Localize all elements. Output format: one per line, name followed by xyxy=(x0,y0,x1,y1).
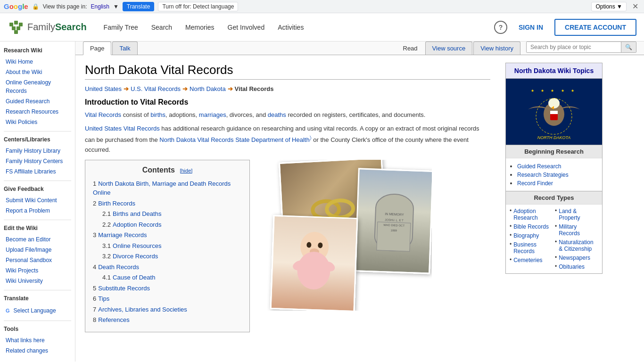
article-area: North Dakota Vital Records United States… xyxy=(75,55,500,362)
rs-obituaries[interactable]: Obituaries xyxy=(559,263,585,271)
contents-link-7[interactable]: Archives, Libraries and Societies xyxy=(98,306,187,313)
contents-link-22[interactable]: Adoption Records xyxy=(113,221,161,228)
contents-link-2[interactable]: Birth Records xyxy=(98,200,135,207)
sidebar-item-about-wiki[interactable]: About the Wiki xyxy=(4,67,71,77)
sidebar-item-online-genealogy[interactable]: Online Genealogy Records xyxy=(4,77,71,96)
view-source-link[interactable]: View source xyxy=(425,41,473,55)
contents-link-8[interactable]: References xyxy=(98,316,129,323)
contents-item-7: 7Archives, Libraries and Societies xyxy=(93,305,242,314)
article-intro-text: Vital Records consist of births, adoptio… xyxy=(85,110,490,155)
rs-military-records[interactable]: Military Records xyxy=(559,223,598,237)
sidebar-item-guided-research[interactable]: Guided Research xyxy=(4,96,71,107)
sidebar-select-language[interactable]: Select Language xyxy=(12,305,56,316)
svg-rect-2 xyxy=(14,21,18,25)
sidebar-item-personal-sandbox[interactable]: Personal Sandbox xyxy=(4,255,71,265)
vital-records-link[interactable]: Vital Records xyxy=(85,111,121,118)
rs-record-types-grid: •Adoption Research •Bible Records •Biogr… xyxy=(506,205,602,273)
sidebar-item-affiliate-libraries[interactable]: FS Affiliate Libraries xyxy=(4,166,71,177)
births-link[interactable]: births xyxy=(150,111,165,118)
sidebar-item-research-resources[interactable]: Research Resources xyxy=(4,107,71,117)
sidebar-item-family-history-centers[interactable]: Family History Centers xyxy=(4,156,71,166)
close-translate-button[interactable]: ✕ xyxy=(630,2,640,11)
nav-memories[interactable]: Memories xyxy=(180,20,220,35)
sidebar-divider-5 xyxy=(4,321,71,321)
sidebar-item-wiki-home[interactable]: Wiki Home xyxy=(4,57,71,67)
language-select[interactable]: English xyxy=(91,3,109,10)
rs-newspapers[interactable]: Newspapers xyxy=(559,254,590,262)
breadcrumb-current: Vital Records xyxy=(235,85,274,92)
read-label: Read xyxy=(396,42,424,55)
turn-off-button[interactable]: Turn off for: Detect language xyxy=(158,2,238,11)
logo-link[interactable]: FamilySearch xyxy=(8,19,87,36)
contents-link-1[interactable]: North Dakota Birth, Marriage and Death R… xyxy=(93,180,231,197)
us-vital-records-link[interactable]: United States Vital Records xyxy=(85,125,160,132)
sidebar-item-wiki-policies[interactable]: Wiki Policies xyxy=(4,117,71,127)
options-button[interactable]: Options ▼ xyxy=(591,2,627,11)
svg-rect-1 xyxy=(9,23,13,26)
contents-link-31[interactable]: Online Resources xyxy=(113,242,161,249)
translate-button[interactable]: Translate xyxy=(123,2,155,11)
google-logo: Google xyxy=(4,2,28,10)
sidebar-item-related-changes[interactable]: Related changes xyxy=(4,346,71,356)
deaths-link[interactable]: deaths xyxy=(268,111,286,118)
baby-svg xyxy=(284,227,343,299)
rs-record-finder[interactable]: Record Finder xyxy=(517,180,553,187)
sidebar-section-edit: Edit the Wiki xyxy=(4,225,71,231)
article-title: North Dakota Vital Records xyxy=(85,63,490,80)
view-history-link[interactable]: View history xyxy=(473,41,520,55)
rs-biography[interactable]: Biography xyxy=(513,232,539,239)
help-button[interactable]: ? xyxy=(494,21,507,34)
nav-family-tree[interactable]: Family Tree xyxy=(98,20,144,35)
contents-hide-link[interactable]: [hide] xyxy=(180,168,192,173)
breadcrumb: United States ➔ U.S. Vital Records ➔ Nor… xyxy=(85,85,490,92)
sidebar-item-report-problem[interactable]: Report a Problem xyxy=(4,206,71,216)
rs-bible-records[interactable]: Bible Records xyxy=(513,223,549,230)
wiki-search-input[interactable] xyxy=(527,42,621,52)
rs-cemeteries[interactable]: Cemeteries xyxy=(513,256,542,264)
google-small-icon: G xyxy=(6,308,10,313)
familysearch-logo-icon xyxy=(8,19,25,36)
nd-vital-records-link[interactable]: North Dakota Vital Records State Departm… xyxy=(159,136,309,143)
contents-link-6[interactable]: Tips xyxy=(98,295,109,302)
rs-adoption[interactable]: Adoption Research xyxy=(513,207,553,222)
create-account-button[interactable]: CREATE ACCOUNT xyxy=(554,19,636,36)
breadcrumb-us[interactable]: United States xyxy=(85,85,122,92)
sidebar-section-tools: Tools xyxy=(4,326,71,332)
sidebar-item-become-editor[interactable]: Become an Editor xyxy=(4,234,71,245)
tab-page[interactable]: Page xyxy=(83,41,111,55)
intro-heading: Introduction to Vital Records xyxy=(85,98,490,107)
sidebar-item-submit-wiki[interactable]: Submit Wiki Content xyxy=(4,195,71,206)
breadcrumb-arrow-2: ➔ xyxy=(182,85,188,92)
contents-link-32[interactable]: Divorce Records xyxy=(113,253,158,260)
marriages-link[interactable]: marriages xyxy=(199,111,226,118)
contents-item-4: 4Death Records xyxy=(93,263,242,272)
sidebar-item-what-links-here[interactable]: What links here xyxy=(4,335,71,346)
contents-link-21[interactable]: Births and Deaths xyxy=(113,210,161,217)
rs-research-strategies[interactable]: Research Strategies xyxy=(517,172,569,178)
contents-link-41[interactable]: Cause of Death xyxy=(113,274,155,281)
contents-link-4[interactable]: Death Records xyxy=(98,263,139,271)
nav-search[interactable]: Search xyxy=(146,20,178,35)
rs-land-property[interactable]: Land & Property xyxy=(559,207,598,222)
tab-talk[interactable]: Talk xyxy=(112,41,137,55)
breadcrumb-nd[interactable]: North Dakota xyxy=(190,85,226,92)
nav-get-involved[interactable]: Get Involved xyxy=(222,20,271,35)
header-actions: ? SIGN IN CREATE ACCOUNT xyxy=(494,19,636,36)
sidebar-item-family-history-library[interactable]: Family History Library xyxy=(4,146,71,156)
sidebar-item-wiki-projects[interactable]: Wiki Projects xyxy=(4,265,71,276)
sidebar-item-wiki-university[interactable]: Wiki University xyxy=(4,276,71,286)
rs-guided-research[interactable]: Guided Research xyxy=(517,163,561,170)
sidebar-divider-4 xyxy=(4,290,71,290)
svg-rect-3 xyxy=(19,23,23,26)
contents-item-8: 8References xyxy=(93,315,242,325)
rs-naturalization[interactable]: Naturalization & Citizenship xyxy=(559,239,598,253)
breadcrumb-us-vital[interactable]: U.S. Vital Records xyxy=(131,85,181,92)
contents-item-32: 3.2Divorce Records xyxy=(102,252,242,261)
sidebar-item-upload-file[interactable]: Upload File/Image xyxy=(4,245,71,255)
wiki-search-button[interactable]: 🔍 xyxy=(621,42,636,52)
rs-business-records[interactable]: Business Records xyxy=(513,241,553,255)
sign-in-button[interactable]: SIGN IN xyxy=(511,20,551,35)
contents-link-5[interactable]: Substitute Records xyxy=(98,285,150,292)
nav-activities[interactable]: Activities xyxy=(272,20,309,35)
contents-link-3[interactable]: Marriage Records xyxy=(98,231,147,239)
